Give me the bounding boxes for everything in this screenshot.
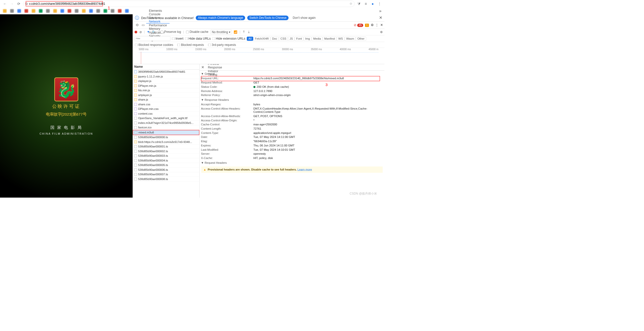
banner-match-button[interactable]: Always match Chrome's language: [196, 16, 245, 20]
request-row[interactable]: ckplayer.js: [133, 79, 200, 84]
throttling-select[interactable]: No throttling ▾: [211, 30, 232, 34]
request-row[interactable]: 538d85b90ae000007.ts: [133, 172, 200, 177]
bookmarks-overflow-icon[interactable]: »: [379, 9, 381, 13]
upload-icon[interactable]: ⭱: [242, 30, 245, 34]
site-info-icon[interactable]: ⧉: [25, 2, 28, 6]
request-row[interactable]: share.css: [133, 102, 200, 107]
devtools-locale-banner: ⓘ DevTools is now available in Chinese! …: [133, 14, 385, 22]
invert-checkbox[interactable]: Invert: [172, 37, 183, 40]
blocked-cookies-checkbox[interactable]: Blocked response cookies: [135, 43, 173, 47]
tab-performance[interactable]: Performance: [146, 23, 169, 27]
filter-chip-all[interactable]: All: [247, 37, 253, 41]
filter-chip-css[interactable]: CSS: [279, 37, 288, 41]
section-header[interactable]: Response Headers: [200, 97, 385, 102]
thirdparty-checkbox[interactable]: 3rd-party requests: [208, 43, 236, 47]
request-row[interactable]: 538d85b90ae000000.ts: [133, 135, 200, 140]
hide-data-urls-checkbox[interactable]: Hide data URLs: [185, 37, 211, 40]
header-value: Tue, 07 May 2024 14:11:00 GMT: [253, 135, 383, 139]
filter-chip-wasm[interactable]: Wasm: [344, 37, 356, 41]
header-key: Cache-Control:: [201, 123, 253, 126]
request-row[interactable]: 538d85b90ae000006.ts: [133, 168, 200, 172]
address-bar[interactable]: ⧉ ☆: [23, 1, 354, 7]
tab-sources[interactable]: Sources: [146, 16, 169, 20]
section-header[interactable]: General: [200, 71, 385, 76]
search-icon[interactable]: 🔍: [152, 30, 156, 34]
url-input[interactable]: [29, 2, 348, 6]
learn-more-link[interactable]: Learn more: [298, 168, 312, 171]
detail-tab-response[interactable]: Response: [205, 66, 225, 69]
blocked-requests-checkbox[interactable]: Blocked requests: [177, 43, 204, 47]
more-icon[interactable]: ⋮: [375, 23, 379, 27]
header-row: Date:Tue, 07 May 2024 14:11:00 GMT: [200, 135, 385, 139]
request-row[interactable]: content.css: [133, 111, 200, 116]
request-row[interactable]: OpenSans_VariableFont_wdth_wght.ttf: [133, 116, 200, 121]
gear-icon[interactable]: ⚙: [371, 23, 374, 27]
warning-count[interactable]: 1: [365, 23, 369, 27]
request-name: OpenSans_VariableFont_wdth_wght.ttf: [138, 117, 188, 120]
close-icon[interactable]: ✕: [379, 16, 382, 20]
header-value: 127.0.0.1:7890: [253, 89, 383, 93]
filter-chip-img[interactable]: Img: [304, 37, 312, 41]
filter-chip-other[interactable]: Other: [356, 37, 366, 41]
request-row[interactable]: artplayer.js: [133, 93, 200, 98]
record-icon[interactable]: [135, 31, 137, 33]
header-key: Status Code:: [201, 85, 253, 89]
banner-dismiss-button[interactable]: Don't show again: [291, 16, 318, 20]
filter-input[interactable]: [135, 36, 170, 41]
star-icon[interactable]: ☆: [349, 2, 352, 6]
inspect-icon[interactable]: ⯐: [134, 23, 140, 27]
request-row[interactable]: 538d85b90ae000002.ts: [133, 149, 200, 154]
clear-icon[interactable]: ⊘: [139, 30, 142, 34]
request-row[interactable]: 538d85b90ae000003.ts: [133, 154, 200, 158]
filter-icon[interactable]: ▼: [147, 30, 150, 34]
device-icon[interactable]: ▭: [140, 23, 146, 27]
request-row[interactable]: 538d85b90ae000001.ts: [133, 144, 200, 149]
request-row[interactable]: DPlayer.min.js: [133, 84, 200, 88]
filter-chip-fetch-xhr[interactable]: Fetch/XHR: [253, 37, 270, 41]
request-row[interactable]: index.m3u8?sign=321d74ce9958d3938e5...: [133, 121, 200, 125]
video-text-4: CHINA FILM ADMINISTRATION: [40, 132, 93, 136]
reading-list-icon[interactable]: ≡: [363, 1, 368, 6]
tab-network[interactable]: Network: [146, 20, 169, 24]
filter-chip-js[interactable]: JS: [288, 37, 295, 41]
request-row[interactable]: DPlayer.min.css: [133, 107, 200, 112]
banner-switch-button[interactable]: Switch DevTools to Chinese: [247, 16, 289, 20]
request-row[interactable]: share.js: [133, 98, 200, 102]
close-devtools-icon[interactable]: ✕: [380, 23, 383, 27]
wifi-icon[interactable]: 📶: [234, 30, 237, 34]
filter-chip-ws[interactable]: WS: [337, 37, 344, 41]
request-row[interactable]: 3893f9f84823afc5f68339ed89374d81: [133, 70, 200, 74]
tab-elements[interactable]: Elements: [146, 9, 169, 12]
video-player[interactable]: 🐉 公映许可证 电审故字[2023]第677号 国 家 电 影 局 CHINA …: [0, 14, 133, 198]
network-gear-icon[interactable]: ⚙: [380, 30, 383, 34]
back-button[interactable]: ←: [3, 1, 8, 6]
forward-button[interactable]: →: [9, 1, 14, 6]
filter-chip-media[interactable]: Media: [312, 37, 323, 41]
filter-chip-doc[interactable]: Doc: [270, 37, 279, 41]
network-overview[interactable]: 5000 ms10000 ms15000 ms20000 ms25000 ms3…: [133, 48, 385, 64]
filter-chip-font[interactable]: Font: [295, 37, 304, 41]
hide-extension-urls-checkbox[interactable]: Hide extension URLs: [212, 37, 245, 40]
request-row[interactable]: mixed.m3u82: [133, 130, 200, 135]
error-count[interactable]: ⊘ 45: [354, 23, 363, 27]
request-list-header[interactable]: Name: [133, 64, 200, 70]
section-header[interactable]: Request Headers: [200, 160, 385, 165]
menu-icon[interactable]: ⋮: [377, 1, 382, 6]
download-icon[interactable]: ⭳: [247, 30, 250, 34]
request-row[interactable]: hls.min.js: [133, 88, 200, 93]
request-row[interactable]: 538d85b90ae000008.ts: [133, 177, 200, 182]
request-row[interactable]: blob:https://v.cdnlz3.com/a3c617e0-9348.…: [133, 140, 200, 144]
extensions-icon[interactable]: ⧩: [356, 1, 361, 6]
request-row[interactable]: favicon.ico: [133, 125, 200, 130]
annotation-3: 3: [325, 82, 328, 87]
profile-icon[interactable]: ●: [370, 1, 375, 6]
filter-chip-manifest[interactable]: Manifest: [323, 37, 337, 41]
request-row[interactable]: jquery-1.11.2.min.js: [133, 74, 200, 79]
disable-cache-checkbox[interactable]: Disable cache: [186, 30, 208, 34]
close-detail-icon[interactable]: ✕: [200, 65, 205, 69]
tab-console[interactable]: Console: [146, 12, 169, 16]
request-row[interactable]: 538d85b90ae000005.ts: [133, 163, 200, 168]
preserve-log-checkbox[interactable]: Preserve log: [161, 30, 181, 34]
request-row[interactable]: 538d85b90ae000004.ts: [133, 158, 200, 163]
reload-button[interactable]: ⟳: [16, 1, 21, 6]
